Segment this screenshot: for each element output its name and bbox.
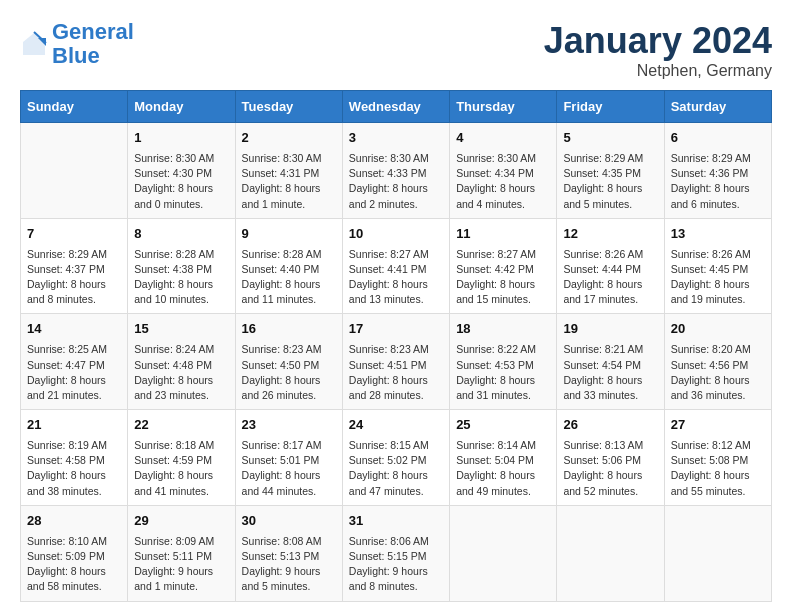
day-info: Sunrise: 8:29 AMSunset: 4:35 PMDaylight:… <box>563 151 657 212</box>
day-info: Sunrise: 8:29 AMSunset: 4:37 PMDaylight:… <box>27 247 121 308</box>
day-number: 20 <box>671 320 765 339</box>
week-row-5: 28Sunrise: 8:10 AMSunset: 5:09 PMDayligh… <box>21 505 772 601</box>
day-number: 12 <box>563 225 657 244</box>
day-cell: 24Sunrise: 8:15 AMSunset: 5:02 PMDayligh… <box>342 410 449 506</box>
day-cell: 31Sunrise: 8:06 AMSunset: 5:15 PMDayligh… <box>342 505 449 601</box>
day-number: 2 <box>242 129 336 148</box>
svg-marker-0 <box>23 33 45 55</box>
day-info: Sunrise: 8:24 AMSunset: 4:48 PMDaylight:… <box>134 342 228 403</box>
day-cell: 18Sunrise: 8:22 AMSunset: 4:53 PMDayligh… <box>450 314 557 410</box>
day-number: 24 <box>349 416 443 435</box>
day-cell: 5Sunrise: 8:29 AMSunset: 4:35 PMDaylight… <box>557 123 664 219</box>
day-number: 29 <box>134 512 228 531</box>
calendar-header-row: SundayMondayTuesdayWednesdayThursdayFrid… <box>21 91 772 123</box>
header-day-wednesday: Wednesday <box>342 91 449 123</box>
day-cell: 2Sunrise: 8:30 AMSunset: 4:31 PMDaylight… <box>235 123 342 219</box>
day-info: Sunrise: 8:13 AMSunset: 5:06 PMDaylight:… <box>563 438 657 499</box>
day-cell: 9Sunrise: 8:28 AMSunset: 4:40 PMDaylight… <box>235 218 342 314</box>
day-cell: 30Sunrise: 8:08 AMSunset: 5:13 PMDayligh… <box>235 505 342 601</box>
day-cell: 19Sunrise: 8:21 AMSunset: 4:54 PMDayligh… <box>557 314 664 410</box>
day-number: 22 <box>134 416 228 435</box>
day-cell: 6Sunrise: 8:29 AMSunset: 4:36 PMDaylight… <box>664 123 771 219</box>
week-row-1: 1Sunrise: 8:30 AMSunset: 4:30 PMDaylight… <box>21 123 772 219</box>
day-info: Sunrise: 8:23 AMSunset: 4:51 PMDaylight:… <box>349 342 443 403</box>
day-cell: 16Sunrise: 8:23 AMSunset: 4:50 PMDayligh… <box>235 314 342 410</box>
day-info: Sunrise: 8:28 AMSunset: 4:38 PMDaylight:… <box>134 247 228 308</box>
day-number: 23 <box>242 416 336 435</box>
day-info: Sunrise: 8:19 AMSunset: 4:58 PMDaylight:… <box>27 438 121 499</box>
day-cell <box>21 123 128 219</box>
day-number: 14 <box>27 320 121 339</box>
logo: General Blue <box>20 20 134 68</box>
day-number: 19 <box>563 320 657 339</box>
week-row-4: 21Sunrise: 8:19 AMSunset: 4:58 PMDayligh… <box>21 410 772 506</box>
day-info: Sunrise: 8:29 AMSunset: 4:36 PMDaylight:… <box>671 151 765 212</box>
header-day-saturday: Saturday <box>664 91 771 123</box>
logo-icon <box>20 30 48 58</box>
day-info: Sunrise: 8:20 AMSunset: 4:56 PMDaylight:… <box>671 342 765 403</box>
day-info: Sunrise: 8:21 AMSunset: 4:54 PMDaylight:… <box>563 342 657 403</box>
day-cell: 25Sunrise: 8:14 AMSunset: 5:04 PMDayligh… <box>450 410 557 506</box>
day-cell: 15Sunrise: 8:24 AMSunset: 4:48 PMDayligh… <box>128 314 235 410</box>
title-block: January 2024 Netphen, Germany <box>544 20 772 80</box>
day-info: Sunrise: 8:14 AMSunset: 5:04 PMDaylight:… <box>456 438 550 499</box>
day-cell: 20Sunrise: 8:20 AMSunset: 4:56 PMDayligh… <box>664 314 771 410</box>
day-number: 17 <box>349 320 443 339</box>
header-day-tuesday: Tuesday <box>235 91 342 123</box>
logo-line1: General <box>52 20 134 44</box>
day-number: 28 <box>27 512 121 531</box>
day-number: 7 <box>27 225 121 244</box>
day-info: Sunrise: 8:23 AMSunset: 4:50 PMDaylight:… <box>242 342 336 403</box>
day-info: Sunrise: 8:08 AMSunset: 5:13 PMDaylight:… <box>242 534 336 595</box>
day-info: Sunrise: 8:22 AMSunset: 4:53 PMDaylight:… <box>456 342 550 403</box>
day-info: Sunrise: 8:27 AMSunset: 4:41 PMDaylight:… <box>349 247 443 308</box>
location: Netphen, Germany <box>544 62 772 80</box>
month-title: January 2024 <box>544 20 772 62</box>
day-info: Sunrise: 8:12 AMSunset: 5:08 PMDaylight:… <box>671 438 765 499</box>
day-cell: 11Sunrise: 8:27 AMSunset: 4:42 PMDayligh… <box>450 218 557 314</box>
day-number: 11 <box>456 225 550 244</box>
calendar-table: SundayMondayTuesdayWednesdayThursdayFrid… <box>20 90 772 602</box>
day-info: Sunrise: 8:06 AMSunset: 5:15 PMDaylight:… <box>349 534 443 595</box>
page-header: General Blue January 2024 Netphen, Germa… <box>20 20 772 80</box>
day-cell: 3Sunrise: 8:30 AMSunset: 4:33 PMDaylight… <box>342 123 449 219</box>
day-cell: 27Sunrise: 8:12 AMSunset: 5:08 PMDayligh… <box>664 410 771 506</box>
day-info: Sunrise: 8:26 AMSunset: 4:44 PMDaylight:… <box>563 247 657 308</box>
day-number: 4 <box>456 129 550 148</box>
day-info: Sunrise: 8:09 AMSunset: 5:11 PMDaylight:… <box>134 534 228 595</box>
day-cell: 26Sunrise: 8:13 AMSunset: 5:06 PMDayligh… <box>557 410 664 506</box>
day-info: Sunrise: 8:25 AMSunset: 4:47 PMDaylight:… <box>27 342 121 403</box>
header-day-thursday: Thursday <box>450 91 557 123</box>
day-info: Sunrise: 8:30 AMSunset: 4:33 PMDaylight:… <box>349 151 443 212</box>
week-row-2: 7Sunrise: 8:29 AMSunset: 4:37 PMDaylight… <box>21 218 772 314</box>
day-number: 9 <box>242 225 336 244</box>
day-number: 5 <box>563 129 657 148</box>
day-info: Sunrise: 8:30 AMSunset: 4:34 PMDaylight:… <box>456 151 550 212</box>
day-cell: 17Sunrise: 8:23 AMSunset: 4:51 PMDayligh… <box>342 314 449 410</box>
day-cell: 22Sunrise: 8:18 AMSunset: 4:59 PMDayligh… <box>128 410 235 506</box>
day-cell: 14Sunrise: 8:25 AMSunset: 4:47 PMDayligh… <box>21 314 128 410</box>
day-number: 26 <box>563 416 657 435</box>
day-cell: 7Sunrise: 8:29 AMSunset: 4:37 PMDaylight… <box>21 218 128 314</box>
day-cell: 29Sunrise: 8:09 AMSunset: 5:11 PMDayligh… <box>128 505 235 601</box>
day-cell: 21Sunrise: 8:19 AMSunset: 4:58 PMDayligh… <box>21 410 128 506</box>
day-info: Sunrise: 8:18 AMSunset: 4:59 PMDaylight:… <box>134 438 228 499</box>
day-info: Sunrise: 8:30 AMSunset: 4:31 PMDaylight:… <box>242 151 336 212</box>
day-cell <box>664 505 771 601</box>
day-cell: 13Sunrise: 8:26 AMSunset: 4:45 PMDayligh… <box>664 218 771 314</box>
day-cell: 8Sunrise: 8:28 AMSunset: 4:38 PMDaylight… <box>128 218 235 314</box>
day-cell: 4Sunrise: 8:30 AMSunset: 4:34 PMDaylight… <box>450 123 557 219</box>
day-number: 15 <box>134 320 228 339</box>
header-day-friday: Friday <box>557 91 664 123</box>
day-number: 6 <box>671 129 765 148</box>
day-cell: 10Sunrise: 8:27 AMSunset: 4:41 PMDayligh… <box>342 218 449 314</box>
day-number: 27 <box>671 416 765 435</box>
header-day-sunday: Sunday <box>21 91 128 123</box>
week-row-3: 14Sunrise: 8:25 AMSunset: 4:47 PMDayligh… <box>21 314 772 410</box>
day-info: Sunrise: 8:30 AMSunset: 4:30 PMDaylight:… <box>134 151 228 212</box>
day-info: Sunrise: 8:26 AMSunset: 4:45 PMDaylight:… <box>671 247 765 308</box>
day-number: 25 <box>456 416 550 435</box>
day-cell: 12Sunrise: 8:26 AMSunset: 4:44 PMDayligh… <box>557 218 664 314</box>
day-number: 8 <box>134 225 228 244</box>
day-number: 31 <box>349 512 443 531</box>
